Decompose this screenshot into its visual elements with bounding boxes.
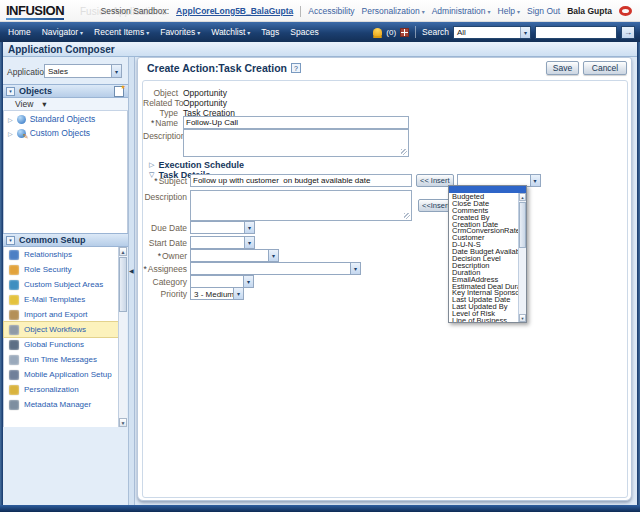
panel-splitter[interactable]: ◀: [128, 57, 135, 505]
watchlist-label: Watchlist: [211, 27, 245, 37]
administration-menu[interactable]: Administration▾: [432, 6, 491, 16]
common-setup-item[interactable]: Import and Export: [4, 307, 118, 322]
application-label: Application: [7, 67, 49, 77]
due-date-select[interactable]: ▾: [190, 221, 255, 234]
expand-arrow-icon[interactable]: ▷: [8, 130, 13, 137]
tree-item-custom-objects[interactable]: ▷ Custom Objects: [8, 128, 90, 138]
collapse-panel-icon[interactable]: ▾: [6, 87, 15, 96]
common-setup-item[interactable]: E-Mail Templates: [4, 292, 118, 307]
scroll-down-icon[interactable]: ▼: [519, 314, 526, 322]
scroll-up-icon[interactable]: ▲: [519, 193, 526, 201]
description-textarea[interactable]: [183, 129, 409, 157]
chevron-down-icon[interactable]: ▾: [243, 276, 253, 287]
save-button[interactable]: Save: [546, 61, 579, 75]
execution-schedule-section[interactable]: ▷ Execution Schedule: [149, 160, 244, 170]
scrollbar-thumb[interactable]: [519, 202, 526, 248]
subject-input[interactable]: [190, 174, 412, 187]
worklist-grid-icon[interactable]: [400, 28, 409, 37]
cancel-button[interactable]: Cancel: [583, 61, 627, 75]
search-input[interactable]: [535, 26, 617, 39]
sidebar: Application Sales ▾ ▾ Objects View▾ ▷ St…: [3, 57, 128, 505]
notifications-bell-icon[interactable]: [373, 28, 382, 36]
common-setup-item-label[interactable]: E-Mail Templates: [24, 295, 85, 304]
standard-object-icon: [17, 115, 26, 124]
scroll-down-icon[interactable]: ▼: [119, 418, 127, 427]
tree-item-label[interactable]: Standard Objects: [30, 114, 96, 124]
common-setup-item[interactable]: Global Functions: [4, 337, 118, 352]
nav-home[interactable]: Home: [8, 27, 31, 37]
scrollbar-thumb[interactable]: [119, 257, 127, 312]
divider: [415, 26, 416, 38]
accessibility-link[interactable]: Accessibility: [308, 6, 354, 16]
name-input[interactable]: [183, 116, 409, 129]
application-select[interactable]: Sales ▾: [44, 64, 122, 78]
dropdown-option-selected[interactable]: [449, 186, 526, 193]
nav-spaces[interactable]: Spaces: [290, 27, 318, 37]
common-setup-item[interactable]: Role Security: [4, 262, 118, 277]
common-setup-item-label[interactable]: Mobile Application Setup: [24, 370, 112, 379]
help-icon[interactable]: ?: [291, 63, 301, 73]
common-setup-item[interactable]: Custom Subject Areas: [4, 277, 118, 292]
resize-grip-icon[interactable]: [401, 149, 407, 155]
nav-watchlist[interactable]: Watchlist▾: [211, 27, 250, 37]
common-setup-item-label[interactable]: Global Functions: [24, 340, 84, 349]
collapse-panel-icon[interactable]: ▾: [6, 236, 15, 245]
search-go-button[interactable]: →: [621, 26, 635, 39]
chevron-down-icon[interactable]: ▾: [233, 288, 243, 299]
dropdown-option[interactable]: Line of Business: [449, 317, 518, 322]
resize-grip-icon[interactable]: [404, 213, 410, 219]
common-setup-item-label[interactable]: Role Security: [24, 265, 72, 274]
chevron-down-icon[interactable]: ▾: [530, 175, 540, 186]
chevron-down-icon[interactable]: ▾: [244, 222, 254, 233]
common-setup-item[interactable]: Run Time Messages: [4, 352, 118, 367]
collapse-sidebar-icon[interactable]: ◀: [129, 267, 134, 274]
tree-item-standard-objects[interactable]: ▷ Standard Objects: [8, 114, 95, 124]
start-date-label: Start Date: [143, 236, 187, 248]
chevron-down-icon: ▾: [146, 29, 149, 36]
owner-select[interactable]: ▾: [190, 249, 279, 262]
common-setup-item-label[interactable]: Run Time Messages: [24, 355, 97, 364]
common-setup-item-label[interactable]: Import and Export: [24, 310, 88, 319]
help-menu[interactable]: Help▾: [498, 6, 521, 16]
common-setup-item-label[interactable]: Custom Subject Areas: [24, 280, 103, 289]
search-scope-select[interactable]: All ▾: [453, 26, 531, 39]
nav-tags[interactable]: Tags: [261, 27, 279, 37]
common-setup-item[interactable]: Mobile Application Setup: [4, 367, 118, 382]
nav-navigator[interactable]: Navigator▾: [42, 27, 83, 37]
common-setup-item-label[interactable]: Object Workflows: [24, 325, 86, 334]
chevron-down-icon[interactable]: ▾: [244, 237, 254, 248]
view-menu[interactable]: View▾: [9, 99, 47, 109]
common-setup-item-label[interactable]: Personalization: [24, 385, 79, 394]
common-setup-item[interactable]: Object Workflows: [4, 322, 118, 337]
expand-arrow-icon[interactable]: ▷: [8, 116, 13, 123]
task-description-textarea[interactable]: [190, 190, 412, 221]
scroll-up-icon[interactable]: ▲: [119, 247, 127, 256]
common-setup-item[interactable]: Personalization: [4, 382, 118, 397]
name-label: *Name: [143, 116, 178, 128]
common-setup-item[interactable]: Relationships: [4, 247, 118, 262]
sidebar-scrollbar[interactable]: ▲ ▼: [118, 247, 127, 427]
assignees-select[interactable]: ▾: [190, 262, 361, 275]
chevron-down-icon[interactable]: ▾: [268, 250, 278, 261]
expand-arrow-icon[interactable]: ▷: [149, 161, 154, 169]
common-setup-item-label[interactable]: Metadata Manager: [24, 400, 91, 409]
personalization-menu[interactable]: Personalization▾: [362, 6, 425, 16]
chevron-down-icon: ▾: [488, 8, 491, 15]
tree-item-label[interactable]: Custom Objects: [30, 128, 90, 138]
common-setup-item-label[interactable]: Relationships: [24, 250, 72, 259]
nav-recent-items[interactable]: Recent Items▾: [94, 27, 149, 37]
priority-select[interactable]: 3 - Medium ▾: [190, 287, 244, 300]
common-setup-item[interactable]: Metadata Manager: [4, 397, 118, 412]
chevron-down-icon[interactable]: ▾: [111, 65, 121, 77]
new-object-icon[interactable]: [114, 86, 124, 97]
sign-out-link[interactable]: Sign Out: [527, 6, 560, 16]
nav-favorites[interactable]: Favorites▾: [160, 27, 200, 37]
start-date-select[interactable]: ▾: [190, 236, 255, 249]
logo-underline: [6, 18, 64, 20]
dropdown-scrollbar[interactable]: ▲ ▼: [518, 193, 526, 322]
session-sandbox-link[interactable]: ApplCoreLong5B_BalaGupta: [176, 6, 293, 16]
chevron-down-icon[interactable]: ▾: [520, 27, 530, 38]
required-indicator: *: [151, 118, 154, 128]
chevron-down-icon[interactable]: ▾: [350, 263, 360, 274]
wrench-icon: [9, 325, 19, 335]
